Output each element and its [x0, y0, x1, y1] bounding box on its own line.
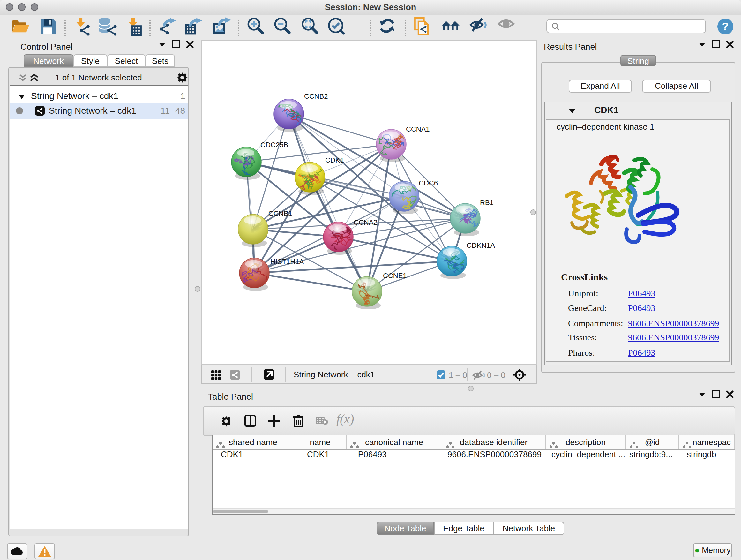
svg-text:CDC6: CDC6 — [419, 179, 438, 187]
svg-text:CCNA2: CCNA2 — [354, 218, 378, 226]
svg-text:CCNA1: CCNA1 — [406, 125, 430, 133]
svg-text:CDKN1A: CDKN1A — [467, 241, 495, 249]
svg-text:CCNB2: CCNB2 — [304, 92, 328, 100]
svg-text:CDK1: CDK1 — [325, 156, 344, 164]
svg-text:CCNB1: CCNB1 — [268, 209, 292, 217]
svg-text:HIST1H1A: HIST1H1A — [270, 257, 304, 265]
svg-text:CCNE1: CCNE1 — [383, 271, 407, 279]
svg-text:RB1: RB1 — [480, 198, 494, 206]
svg-text:CDC25B: CDC25B — [260, 140, 288, 148]
